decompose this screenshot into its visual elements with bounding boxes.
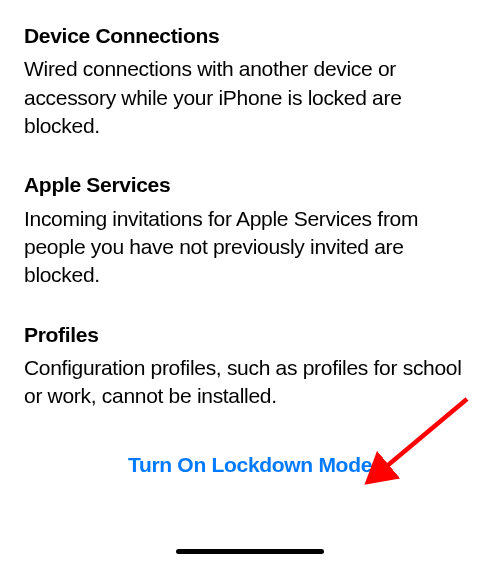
section-title: Device Connections (24, 23, 476, 49)
turn-on-lockdown-mode-button[interactable]: Turn On Lockdown Mode (24, 453, 476, 477)
section-profiles: Profiles Configuration profiles, such as… (24, 322, 476, 411)
section-body: Incoming invitations for Apple Services … (24, 205, 476, 290)
section-title: Apple Services (24, 172, 476, 198)
home-indicator[interactable] (176, 549, 324, 554)
section-body: Wired connections with another device or… (24, 55, 476, 140)
section-device-connections: Device Connections Wired connections wit… (24, 23, 476, 140)
section-title: Profiles (24, 322, 476, 348)
lockdown-mode-info: Device Connections Wired connections wit… (0, 0, 500, 477)
section-body: Configuration profiles, such as profiles… (24, 354, 476, 411)
section-apple-services: Apple Services Incoming invitations for … (24, 172, 476, 289)
